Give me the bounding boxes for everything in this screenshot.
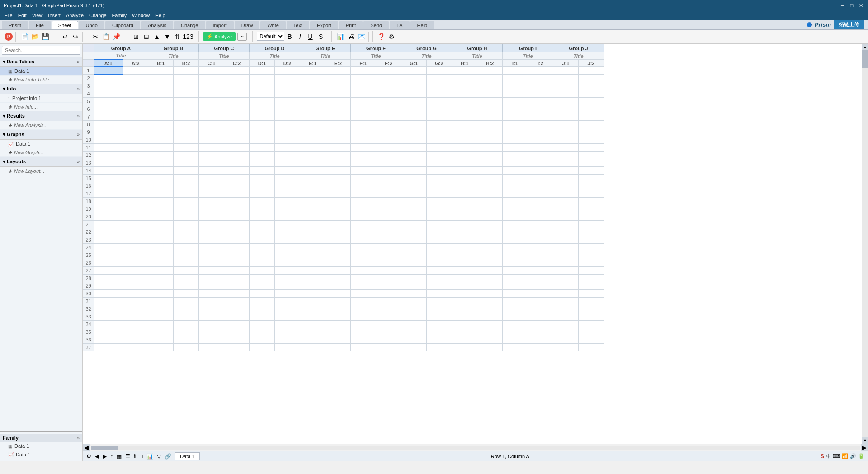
cell[interactable] <box>250 290 275 298</box>
cell[interactable] <box>553 205 579 213</box>
cell[interactable] <box>553 244 579 251</box>
cell[interactable] <box>224 205 250 213</box>
cell[interactable] <box>94 328 123 336</box>
cell[interactable] <box>351 321 376 328</box>
cell[interactable] <box>427 244 452 251</box>
cell[interactable] <box>452 182 477 190</box>
cell[interactable] <box>250 167 275 175</box>
tab-la[interactable]: LA <box>390 21 409 29</box>
cell[interactable] <box>553 159 579 167</box>
cell[interactable] <box>123 213 148 221</box>
cell[interactable] <box>123 113 148 121</box>
cell[interactable] <box>275 67 300 75</box>
cell[interactable] <box>452 98 477 105</box>
cell[interactable] <box>579 228 604 236</box>
cell[interactable] <box>477 144 503 152</box>
sidebar-item-new-graph[interactable]: ✚ New Graph... <box>0 148 82 157</box>
cell[interactable] <box>123 275 148 282</box>
cell[interactable] <box>477 328 503 336</box>
cell[interactable] <box>528 105 553 113</box>
cell[interactable] <box>326 198 351 205</box>
cell[interactable] <box>174 136 199 144</box>
cell[interactable] <box>401 282 427 290</box>
cell[interactable] <box>94 221 123 228</box>
cell[interactable] <box>503 98 528 105</box>
cell[interactable] <box>300 228 326 236</box>
cell[interactable] <box>250 190 275 198</box>
cell[interactable] <box>452 221 477 228</box>
cell[interactable] <box>174 182 199 190</box>
cell[interactable] <box>427 198 452 205</box>
cell[interactable] <box>427 305 452 313</box>
cell[interactable] <box>123 336 148 344</box>
cell[interactable] <box>376 298 401 305</box>
cell[interactable] <box>579 328 604 336</box>
cell[interactable] <box>376 244 401 251</box>
cell[interactable] <box>579 244 604 251</box>
cell[interactable] <box>224 190 250 198</box>
cell[interactable] <box>376 175 401 182</box>
cell[interactable] <box>174 244 199 251</box>
cell[interactable] <box>553 190 579 198</box>
cell[interactable] <box>148 244 174 251</box>
cell[interactable] <box>250 244 275 251</box>
cell[interactable] <box>224 182 250 190</box>
cell[interactable] <box>174 259 199 267</box>
cell[interactable] <box>123 82 148 90</box>
cell[interactable] <box>477 90 503 98</box>
cell[interactable] <box>351 121 376 128</box>
cell[interactable] <box>376 113 401 121</box>
cell[interactable] <box>553 221 579 228</box>
cell[interactable] <box>94 251 123 259</box>
cell[interactable] <box>94 82 123 90</box>
cell[interactable] <box>94 105 123 113</box>
cut-button[interactable]: ✂ <box>90 32 100 42</box>
cell[interactable] <box>401 90 427 98</box>
cell[interactable] <box>199 251 224 259</box>
cell[interactable] <box>123 159 148 167</box>
cell[interactable] <box>300 313 326 321</box>
cell[interactable] <box>401 121 427 128</box>
cell[interactable] <box>401 236 427 244</box>
cell[interactable] <box>300 128 326 136</box>
cell[interactable] <box>376 336 401 344</box>
cell[interactable] <box>174 190 199 198</box>
cell[interactable] <box>224 82 250 90</box>
tab-send[interactable]: Send <box>363 21 389 29</box>
cell[interactable] <box>452 282 477 290</box>
cell[interactable] <box>528 290 553 298</box>
cell[interactable] <box>579 175 604 182</box>
tab-undo[interactable]: Undo <box>79 21 104 29</box>
cell[interactable] <box>250 321 275 328</box>
cell[interactable] <box>250 298 275 305</box>
cell[interactable] <box>275 244 300 251</box>
cell[interactable] <box>351 221 376 228</box>
cell[interactable] <box>275 221 300 228</box>
cell[interactable] <box>376 275 401 282</box>
cell[interactable] <box>427 228 452 236</box>
cell[interactable] <box>528 298 553 305</box>
cell[interactable] <box>477 98 503 105</box>
cell[interactable] <box>579 67 604 75</box>
col-a1-header[interactable]: A:1 <box>94 60 123 67</box>
cell[interactable] <box>503 82 528 90</box>
cell[interactable] <box>326 251 351 259</box>
col-h2-header[interactable]: H:2 <box>477 60 503 67</box>
cell[interactable] <box>275 282 300 290</box>
cell[interactable] <box>452 290 477 298</box>
cell[interactable] <box>376 159 401 167</box>
cell[interactable] <box>199 152 224 159</box>
italic-button[interactable]: I <box>295 32 305 42</box>
cell[interactable] <box>477 251 503 259</box>
maximize-button[interactable]: □ <box>848 2 855 9</box>
cell[interactable] <box>250 159 275 167</box>
cell[interactable] <box>300 236 326 244</box>
cell[interactable] <box>401 259 427 267</box>
cell[interactable] <box>452 75 477 82</box>
cell[interactable] <box>174 159 199 167</box>
cell[interactable] <box>174 128 199 136</box>
cell[interactable] <box>199 221 224 228</box>
cell[interactable] <box>199 136 224 144</box>
col-d2-header[interactable]: D:2 <box>275 60 300 67</box>
sidebar-family-data1-1[interactable]: ▦ Data 1 <box>0 442 82 450</box>
